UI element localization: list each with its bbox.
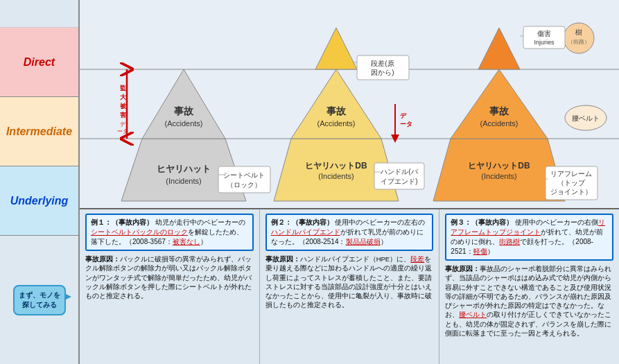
panel1-example-header: 例１：（事故内容） xyxy=(91,218,153,226)
svg-text:ヒヤリハット: ヒヤリハット xyxy=(157,164,211,174)
intermediate-text: Intermediate xyxy=(6,125,72,138)
svg-text:(Accidents): (Accidents) xyxy=(317,119,355,128)
panel3-cause: 事故原因：事故品のシャーポ着脱部分に異常はみられず、当該品のシャーポははめ込み式… xyxy=(445,264,613,338)
left-labels: Direct Intermediate Underlying まず、モノを探して… xyxy=(0,0,80,364)
svg-point-40 xyxy=(564,23,594,53)
svg-marker-3 xyxy=(142,69,225,139)
panel-1: 例１：（事故内容） 幼児が走行中のベビーカーのシートベルトバックルのロックを解錠… xyxy=(80,209,260,364)
panel-2: 例２：（事故内容） 使用中のベビーカーの左右のハンドルパイプエンドが折れて乳児が… xyxy=(260,209,440,364)
label-underlying: Underlying xyxy=(0,166,78,236)
svg-rect-8 xyxy=(218,166,270,193)
svg-text:害: 害 xyxy=(120,111,126,119)
direct-text: Direct xyxy=(24,56,55,69)
svg-text:傷害: 傷害 xyxy=(537,30,551,37)
svg-text:(Accidents): (Accidents) xyxy=(480,119,518,128)
svg-text:（ロック）: （ロック） xyxy=(227,181,261,189)
panel1-cause: 事故原因：バックルに破損等の異常がみられず、バックル解除ボタンの解除力が弱い又は… xyxy=(85,254,254,300)
svg-marker-38 xyxy=(451,69,548,139)
svg-marker-21 xyxy=(315,28,357,69)
svg-text:監: 監 xyxy=(120,85,127,92)
svg-text:（街路）: （街路） xyxy=(568,39,590,45)
svg-text:事故: 事故 xyxy=(174,105,194,116)
svg-text:ヒヤリハットDB: ヒヤリハットDB xyxy=(305,161,367,171)
svg-text:大: 大 xyxy=(119,94,127,101)
svg-text:（トップ: （トップ xyxy=(557,179,586,187)
svg-text:(Accidents): (Accidents) xyxy=(164,119,202,128)
svg-text:Injuries: Injuries xyxy=(534,39,555,46)
svg-text:(Incidents): (Incidents) xyxy=(318,172,354,180)
svg-text:デ: デ xyxy=(400,112,407,119)
diagram-svg: 事故 (Accidents) ヒヤリハット (Incidents) シートベルト… xyxy=(80,0,619,208)
svg-text:デ: デ xyxy=(120,121,126,128)
label-intermediate: Intermediate xyxy=(0,97,78,166)
content-area: 事故 (Accidents) ヒヤリハット (Incidents) シートベルト… xyxy=(80,0,619,364)
svg-rect-30 xyxy=(374,163,424,189)
main-container: Direct Intermediate Underlying まず、モノを探して… xyxy=(0,0,619,364)
underlying-text: Underlying xyxy=(10,195,69,207)
svg-text:イプエンド): イプエンド) xyxy=(381,177,417,185)
svg-text:事故: 事故 xyxy=(326,105,347,116)
svg-text:(Incidents): (Incidents) xyxy=(481,172,516,180)
svg-text:(Incidents): (Incidents) xyxy=(166,177,201,185)
svg-text:ータ: ータ xyxy=(117,128,128,135)
svg-text:ヒヤリハットDB: ヒヤリハットDB xyxy=(468,161,530,171)
svg-text:ータ: ータ xyxy=(400,121,412,128)
top-visual: 事故 (Accidents) ヒヤリハット (Incidents) シートベルト… xyxy=(80,0,619,208)
svg-text:段差(原: 段差(原 xyxy=(371,60,394,67)
panel3-example-header: 例３：（事故内容） xyxy=(451,218,513,226)
label-direct: Direct xyxy=(0,28,78,97)
svg-text:因から): 因から) xyxy=(371,69,394,76)
svg-text:腰ベルト: 腰ベルト xyxy=(572,114,600,122)
svg-text:事故: 事故 xyxy=(489,105,509,116)
svg-text:リアフレーム: リアフレーム xyxy=(550,170,592,177)
panel2-cause: 事故原因：ハンドルパイプエンド（HPE）に、段差を乗り越える際などに加わるハンド… xyxy=(265,254,434,310)
svg-text:樹: 樹 xyxy=(575,28,582,36)
svg-text:ジョイント）: ジョイント） xyxy=(550,188,592,196)
left-label-text: まず、モノを探してみる xyxy=(19,291,60,309)
panel-3: 例３：（事故内容） 使用中のベビーカーの右側リアフレームトップジョイントが折れて… xyxy=(439,209,619,364)
bottom-text-area: 例１：（事故内容） 幼児が走行中のベビーカーのシートベルトバックルのロックを解錠… xyxy=(80,208,619,364)
svg-text:被: 被 xyxy=(119,103,127,110)
svg-text:シートベルト: シートベルト xyxy=(223,171,265,179)
panel2-example-header: 例２：（事故内容） xyxy=(271,218,333,226)
svg-marker-39 xyxy=(478,28,520,69)
svg-text:ハンドル(パ: ハンドル(パ xyxy=(380,168,418,175)
